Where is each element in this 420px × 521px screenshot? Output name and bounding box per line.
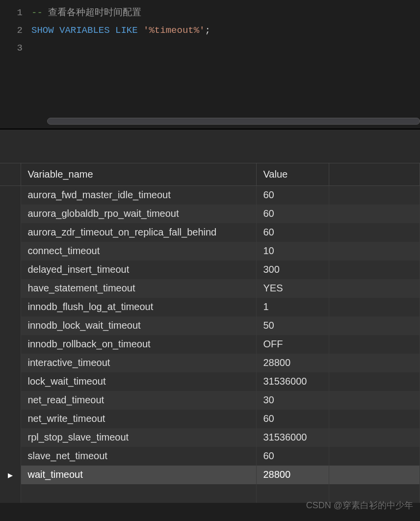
table-row[interactable]: innodb_rollback_on_timeoutOFF [0, 335, 420, 354]
cell-variable-name[interactable]: aurora_globaldb_rpo_wait_timeout [21, 205, 256, 223]
results-body: aurora_fwd_master_idle_timeout60aurora_g… [0, 186, 420, 503]
row-marker [0, 447, 21, 466]
cell-variable-name[interactable]: have_statement_timeout [21, 279, 256, 298]
table-row[interactable]: aurora_fwd_master_idle_timeout60 [0, 186, 420, 205]
cell-spacer [329, 447, 420, 466]
code-area[interactable]: -- 查看各种超时时间配置SHOW VARIABLES LIKE '%timeo… [31, 0, 420, 129]
row-marker [0, 391, 21, 410]
code-token: '%timeout%' [143, 25, 205, 36]
table-row[interactable]: connect_timeout10 [0, 242, 420, 260]
table-row[interactable]: lock_wait_timeout31536000 [0, 372, 420, 391]
column-header-spacer [329, 163, 420, 186]
code-token: ; [205, 25, 210, 36]
cell-value[interactable]: 50 [256, 316, 329, 335]
cell-value[interactable]: 60 [256, 410, 329, 428]
cell-variable-name[interactable]: interactive_timeout [21, 354, 256, 372]
cell-value[interactable]: 28800 [256, 354, 329, 372]
cell-variable-name[interactable]: wait_timeout [21, 466, 256, 484]
row-marker: ▸ [0, 466, 21, 484]
cell-spacer [329, 391, 420, 410]
table-row[interactable]: aurora_globaldb_rpo_wait_timeout60 [0, 205, 420, 223]
row-marker [0, 372, 21, 391]
cell-value[interactable]: 60 [256, 205, 329, 223]
cell-value[interactable]: OFF [256, 335, 329, 354]
table-row[interactable]: ▸wait_timeout28800 [0, 466, 420, 484]
cell-variable-name[interactable]: net_read_timeout [21, 391, 256, 410]
row-marker [0, 484, 21, 503]
row-marker [0, 316, 21, 335]
table-row[interactable]: aurora_zdr_timeout_on_replica_fall_behin… [0, 223, 420, 242]
code-token [138, 25, 143, 36]
cell-value[interactable]: 300 [256, 260, 329, 279]
cell-spacer [329, 354, 420, 372]
table-row[interactable]: delayed_insert_timeout300 [0, 260, 420, 279]
watermark: CSDN @穿素白衫的中少年 [306, 499, 413, 511]
cell-value[interactable]: 60 [256, 447, 329, 466]
code-token: SHOW [31, 25, 54, 36]
table-row[interactable]: innodb_lock_wait_timeout50 [0, 316, 420, 335]
cell-variable-name[interactable]: aurora_zdr_timeout_on_replica_fall_behin… [21, 223, 256, 242]
table-row[interactable]: net_read_timeout30 [0, 391, 420, 410]
cell-spacer [329, 335, 420, 354]
row-marker [0, 205, 21, 223]
row-marker [0, 279, 21, 298]
cell-value[interactable]: 60 [256, 186, 329, 205]
cell-variable-name[interactable]: innodb_rollback_on_timeout [21, 335, 256, 354]
row-marker [0, 298, 21, 316]
cell-variable-name[interactable]: slave_net_timeout [21, 447, 256, 466]
cell-variable-name[interactable]: innodb_lock_wait_timeout [21, 316, 256, 335]
row-marker-header [0, 163, 21, 186]
line-number: 2 [0, 22, 23, 39]
row-marker [0, 186, 21, 205]
cell-spacer [329, 260, 420, 279]
column-header-name[interactable]: Variable_name [21, 163, 256, 186]
table-row[interactable]: slave_net_timeout60 [0, 447, 420, 466]
cell-variable-name[interactable]: delayed_insert_timeout [21, 260, 256, 279]
cell-spacer [329, 466, 420, 484]
cell-variable-name[interactable]: aurora_fwd_master_idle_timeout [21, 186, 256, 205]
code-editor[interactable]: 123 -- 查看各种超时时间配置SHOW VARIABLES LIKE '%t… [0, 0, 420, 129]
row-marker [0, 335, 21, 354]
results-toolbar-spacer [0, 130, 420, 163]
code-token: VARIABLES [59, 25, 110, 36]
code-token: LIKE [115, 25, 138, 36]
code-token: 查看各种超时时间配置 [48, 7, 141, 18]
table-header-row: Variable_name Value [0, 163, 420, 186]
code-line[interactable]: -- 查看各种超时时间配置 [31, 4, 420, 22]
table-row[interactable]: have_statement_timeoutYES [0, 279, 420, 298]
column-header-value[interactable]: Value [256, 163, 329, 186]
table-row[interactable]: innodb_flush_log_at_timeout1 [0, 298, 420, 316]
cell-spacer [329, 186, 420, 205]
cell-spacer [329, 242, 420, 260]
cell-value[interactable]: 1 [256, 298, 329, 316]
cell-value[interactable]: 30 [256, 391, 329, 410]
cell-spacer [329, 223, 420, 242]
table-row[interactable]: interactive_timeout28800 [0, 354, 420, 372]
cell-variable-name[interactable]: lock_wait_timeout [21, 372, 256, 391]
horizontal-scrollbar[interactable] [47, 118, 420, 125]
cell-value[interactable]: 28800 [256, 466, 329, 484]
cell-variable-name[interactable]: net_write_timeout [21, 410, 256, 428]
code-token [54, 25, 59, 36]
row-marker [0, 354, 21, 372]
table-row[interactable]: rpl_stop_slave_timeout31536000 [0, 428, 420, 447]
row-marker [0, 223, 21, 242]
code-line[interactable]: SHOW VARIABLES LIKE '%timeout%'; [31, 22, 420, 39]
code-token: -- [31, 7, 48, 18]
cell-spacer [329, 205, 420, 223]
cell-value[interactable]: 31536000 [256, 428, 329, 447]
cell-value[interactable]: 60 [256, 223, 329, 242]
cell-spacer [329, 428, 420, 447]
cell-value[interactable]: 10 [256, 242, 329, 260]
cell-value[interactable]: 31536000 [256, 372, 329, 391]
line-number: 1 [0, 4, 23, 22]
cell-variable-name[interactable]: connect_timeout [21, 242, 256, 260]
cell-empty [21, 484, 256, 503]
table-row[interactable]: net_write_timeout60 [0, 410, 420, 428]
cell-spacer [329, 316, 420, 335]
row-marker [0, 242, 21, 260]
results-table[interactable]: Variable_name Value aurora_fwd_master_id… [0, 163, 420, 503]
cell-variable-name[interactable]: innodb_flush_log_at_timeout [21, 298, 256, 316]
cell-variable-name[interactable]: rpl_stop_slave_timeout [21, 428, 256, 447]
cell-value[interactable]: YES [256, 279, 329, 298]
